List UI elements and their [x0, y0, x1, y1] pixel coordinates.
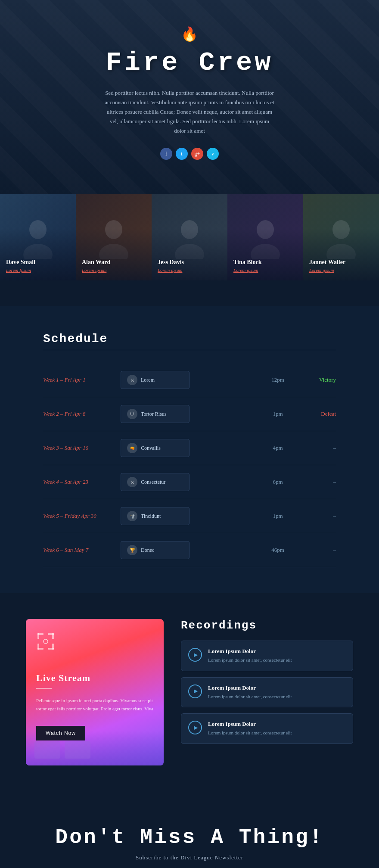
recording-name-1: Lorem Ipsum Dolor	[208, 648, 292, 655]
play-icon-3: ▶	[194, 725, 198, 731]
team-name-1: Dave Small	[6, 259, 70, 266]
social-vimeo[interactable]: v	[207, 148, 219, 160]
schedule-result-4: –	[301, 479, 336, 485]
recording-content-1: Lorem Ipsum Dolor Lorem ipsum dolor sit …	[208, 648, 292, 664]
livestream-title: Live Stream	[36, 672, 153, 684]
team-card-content-2: Alan Ward Lorem ipsum	[82, 259, 146, 273]
schedule-row-5: Week 5 – Friday Apr 30 🤺 Tincidunt 1pm –	[43, 499, 336, 533]
schedule-week-5: Week 5 – Friday Apr 30	[43, 513, 112, 520]
schedule-team-2[interactable]: 🛡 Tortor Risus	[121, 405, 190, 423]
schedule-time-1: 12pm	[263, 376, 293, 383]
play-icon-2: ▶	[194, 688, 198, 694]
team-section: Dave Small Lorem Ipsum Alan Ward Lorem i…	[0, 194, 379, 306]
recording-item-2[interactable]: ▶ Lorem Ipsum Dolor Lorem ipsum dolor si…	[181, 677, 353, 708]
team-link-5[interactable]: Lorem ipsum	[309, 268, 373, 273]
recording-play-button-3[interactable]: ▶	[188, 721, 202, 734]
social-googleplus[interactable]: g+	[191, 148, 203, 160]
schedule-row-3: Week 3 – Sat Apr 16 🔫 Convallis 4pm –	[43, 431, 336, 465]
recording-desc-1: Lorem ipsum dolor sit amet, consectetur …	[208, 656, 292, 664]
schedule-row-2: Week 2 – Fri Apr 8 🛡 Tortor Risus 1pm De…	[43, 397, 336, 431]
schedule-row-6: Week 6 – Sun May 7 🏆 Donec 46pm –	[43, 533, 336, 567]
schedule-result-5: –	[301, 513, 336, 520]
team-card-content-4: Tina Block Lorem ipsum	[233, 259, 297, 273]
schedule-time-4: 6pm	[263, 479, 293, 485]
hero-logo: 🔥	[9, 26, 370, 42]
svg-point-18	[43, 639, 48, 644]
livestream-description: Pellentesque in ipsum id orci porta dapi…	[36, 697, 153, 712]
recording-name-3: Lorem Ipsum Dolor	[208, 721, 292, 728]
schedule-week-2: Week 2 – Fri Apr 8	[43, 411, 112, 417]
social-facebook[interactable]: f	[160, 148, 172, 160]
schedule-week-3: Week 3 – Sat Apr 16	[43, 445, 112, 451]
livestream-inner: Live Stream Pellentesque in ipsum id orc…	[26, 619, 164, 750]
team-card-2[interactable]: Alan Ward Lorem ipsum	[76, 194, 152, 280]
schedule-result-1: Victory	[301, 376, 336, 383]
team-link-3[interactable]: Lorem ipsum	[158, 268, 221, 273]
schedule-team-1[interactable]: ⚔ Lorem	[121, 371, 190, 389]
team-name-3: Jess Davis	[158, 259, 221, 266]
social-twitter[interactable]: t	[176, 148, 188, 160]
livestream-divider	[36, 688, 52, 689]
schedule-title: Schedule	[43, 332, 336, 345]
schedule-row-1: Week 1 – Fri Apr 1 ⚔ Lorem 12pm Victory	[43, 363, 336, 397]
schedule-team-3[interactable]: 🔫 Convallis	[121, 439, 190, 457]
media-section: Live Stream Pellentesque in ipsum id orc…	[0, 593, 379, 791]
schedule-time-2: 1pm	[263, 411, 293, 417]
team-grid: Dave Small Lorem Ipsum Alan Ward Lorem i…	[0, 194, 379, 280]
schedule-divider	[43, 350, 336, 350]
hero-section: 🔥 Fire Crew Sed porttitor lectus nibh. N…	[0, 0, 379, 194]
schedule-team-icon-5: 🤺	[127, 511, 137, 521]
team-card-1[interactable]: Dave Small Lorem Ipsum	[0, 194, 76, 280]
team-card-content-1: Dave Small Lorem Ipsum	[6, 259, 70, 273]
team-link-2[interactable]: Lorem ipsum	[82, 268, 146, 273]
schedule-week-4: Week 4 – Sat Apr 23	[43, 479, 112, 485]
recordings-panel: Recordings ▶ Lorem Ipsum Dolor Lorem ips…	[181, 619, 353, 750]
recording-item-1[interactable]: ▶ Lorem Ipsum Dolor Lorem ipsum dolor si…	[181, 641, 353, 671]
schedule-time-5: 1pm	[263, 513, 293, 520]
recording-item-3[interactable]: ▶ Lorem Ipsum Dolor Lorem ipsum dolor si…	[181, 713, 353, 744]
team-card-3[interactable]: Jess Davis Lorem ipsum	[152, 194, 227, 280]
newsletter-title: Don't Miss A Thing!	[9, 826, 370, 849]
team-card-content-5: Jannet Waller Lorem ipsum	[309, 259, 373, 273]
team-link-4[interactable]: Lorem ipsum	[233, 268, 297, 273]
schedule-week-6: Week 6 – Sun May 7	[43, 547, 112, 554]
schedule-time-6: 46pm	[263, 547, 293, 554]
recording-name-2: Lorem Ipsum Dolor	[208, 684, 292, 691]
schedule-team-icon-2: 🛡	[127, 409, 137, 419]
hero-description: Sed porttitor lectus nibh. Nulla porttit…	[103, 88, 276, 136]
recording-desc-3: Lorem ipsum dolor sit amet, consectetur …	[208, 729, 292, 737]
schedule-row-4: Week 4 – Sat Apr 23 ⚔ Consectetur 6pm –	[43, 465, 336, 499]
schedule-week-1: Week 1 – Fri Apr 1	[43, 376, 112, 383]
recordings-title: Recordings	[181, 619, 353, 632]
team-name-5: Jannet Waller	[309, 259, 373, 266]
team-card-5[interactable]: Jannet Waller Lorem ipsum	[303, 194, 379, 280]
hero-title: Fire Crew	[9, 47, 370, 78]
schedule-team-icon-4: ⚔	[127, 477, 137, 487]
recording-desc-2: Lorem ipsum dolor sit amet, consectetur …	[208, 693, 292, 700]
team-card-4[interactable]: Tina Block Lorem ipsum	[227, 194, 303, 280]
schedule-team-name-2: Tortor Risus	[141, 411, 167, 417]
recording-play-button-2[interactable]: ▶	[188, 684, 202, 698]
schedule-team-name-5: Tincidunt	[141, 513, 161, 520]
schedule-team-4[interactable]: ⚔ Consectetur	[121, 473, 190, 491]
recording-play-button-1[interactable]: ▶	[188, 648, 202, 662]
team-card-content-3: Jess Davis Lorem ipsum	[158, 259, 221, 273]
fire-icon: 🔥	[181, 26, 198, 42]
newsletter-section: Don't Miss A Thing! Subscribe to the Div…	[0, 791, 379, 868]
team-name-4: Tina Block	[233, 259, 297, 266]
schedule-team-6[interactable]: 🏆 Donec	[121, 541, 190, 559]
schedule-team-name-4: Consectetur	[141, 479, 165, 485]
watch-now-button[interactable]: Watch Now	[36, 726, 85, 740]
schedule-team-5[interactable]: 🤺 Tincidunt	[121, 507, 190, 525]
schedule-team-name-1: Lorem	[141, 377, 155, 383]
schedule-team-icon-3: 🔫	[127, 443, 137, 453]
schedule-time-3: 4pm	[263, 445, 293, 451]
schedule-team-icon-6: 🏆	[127, 545, 137, 555]
schedule-result-2: Defeat	[301, 411, 336, 417]
recording-content-2: Lorem Ipsum Dolor Lorem ipsum dolor sit …	[208, 684, 292, 700]
team-link-1[interactable]: Lorem Ipsum	[6, 268, 70, 273]
schedule-section: Schedule Week 1 – Fri Apr 1 ⚔ Lorem 12pm…	[0, 306, 379, 593]
schedule-team-name-6: Donec	[141, 547, 154, 554]
schedule-team-icon-1: ⚔	[127, 375, 137, 385]
schedule-result-3: –	[301, 445, 336, 451]
